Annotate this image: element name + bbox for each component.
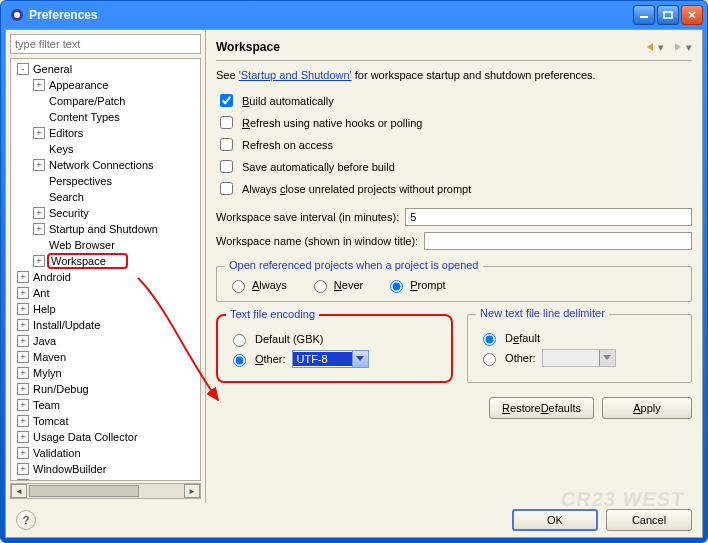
tree-item-network-connections[interactable]: +Network Connections [11, 157, 200, 173]
openref-prompt-input[interactable] [390, 280, 403, 293]
delimiter-default-input[interactable] [483, 333, 496, 346]
expand-icon[interactable]: + [33, 79, 45, 91]
expand-icon[interactable]: + [33, 223, 45, 235]
expand-icon[interactable]: + [17, 479, 29, 481]
expand-icon[interactable]: + [17, 399, 29, 411]
maximize-button[interactable] [657, 5, 679, 25]
expand-icon[interactable]: + [17, 287, 29, 299]
startup-shutdown-link[interactable]: 'Startup and Shutdown' [239, 69, 352, 81]
close-unrelated-input[interactable] [220, 182, 233, 195]
build-automatically-input[interactable] [220, 94, 233, 107]
apply-button[interactable]: Apply [602, 397, 692, 419]
scroll-left-icon[interactable]: ◄ [11, 484, 27, 498]
collapse-icon[interactable]: - [17, 63, 29, 75]
tree-item-mylyn[interactable]: +Mylyn [11, 365, 200, 381]
tree-item-search[interactable]: +Search [11, 189, 200, 205]
encoding-other[interactable]: Other: UTF-8 [228, 350, 441, 368]
restore-defaults-button[interactable]: Restore Defaults [489, 397, 594, 419]
expand-icon[interactable]: + [17, 319, 29, 331]
tree-item-label: Appearance [47, 79, 110, 91]
tree-item-install-update[interactable]: +Install/Update [11, 317, 200, 333]
build-automatically-checkbox[interactable]: Build automatically [216, 91, 692, 110]
tree-item-editors[interactable]: +Editors [11, 125, 200, 141]
tree-item-web-browser[interactable]: +Web Browser [11, 237, 200, 253]
close-button[interactable] [681, 5, 703, 25]
encoding-other-input[interactable] [233, 354, 246, 367]
refresh-access-input[interactable] [220, 138, 233, 151]
tree-item-appearance[interactable]: +Appearance [11, 77, 200, 93]
tree-item-startup-and-shutdown[interactable]: +Startup and Shutdown [11, 221, 200, 237]
chevron-down-icon[interactable] [352, 351, 368, 367]
expand-icon[interactable]: + [17, 463, 29, 475]
expand-icon[interactable]: + [17, 351, 29, 363]
nav-forward-button[interactable]: ▾ [672, 41, 692, 54]
expand-icon[interactable]: + [33, 127, 45, 139]
save-interval-input[interactable] [405, 208, 692, 226]
tree-item-label: Ant [31, 287, 52, 299]
help-button[interactable]: ? [16, 510, 36, 530]
expand-icon[interactable]: + [17, 367, 29, 379]
tree-item-java[interactable]: +Java [11, 333, 200, 349]
expand-icon[interactable]: + [17, 447, 29, 459]
save-before-build-input[interactable] [220, 160, 233, 173]
delimiter-other[interactable]: Other: [478, 349, 681, 367]
scroll-right-icon[interactable]: ► [184, 484, 200, 498]
tree-item-general[interactable]: -General [11, 61, 200, 77]
tree-item-security[interactable]: +Security [11, 205, 200, 221]
refresh-access-checkbox[interactable]: Refresh on access [216, 135, 692, 154]
tree-item-maven[interactable]: +Maven [11, 349, 200, 365]
titlebar[interactable]: Preferences [1, 1, 707, 29]
expand-icon[interactable]: + [17, 383, 29, 395]
refresh-native-input[interactable] [220, 116, 233, 129]
tree-item-help[interactable]: +Help [11, 301, 200, 317]
tree-item-content-types[interactable]: +Content Types [11, 109, 200, 125]
delimiter-other-input[interactable] [483, 353, 496, 366]
tree-item-tomcat[interactable]: +Tomcat [11, 413, 200, 429]
tree-item-validation[interactable]: +Validation [11, 445, 200, 461]
refresh-native-checkbox[interactable]: Refresh using native hooks or polling [216, 113, 692, 132]
tree-item-run-debug[interactable]: +Run/Debug [11, 381, 200, 397]
tree-item-windowbuilder[interactable]: +WindowBuilder [11, 461, 200, 477]
save-interval-label: Workspace save interval (in minutes): [216, 211, 399, 223]
save-before-build-checkbox[interactable]: Save automatically before build [216, 157, 692, 176]
expand-icon[interactable]: + [17, 271, 29, 283]
ok-button[interactable]: OK [512, 509, 598, 531]
encoding-default-input[interactable] [233, 334, 246, 347]
nav-back-button[interactable]: ▾ [644, 41, 664, 54]
filter-input[interactable] [10, 34, 201, 54]
tree-item-compare-patch[interactable]: +Compare/Patch [11, 93, 200, 109]
preferences-tree[interactable]: -General+Appearance+Compare/Patch+Conten… [10, 58, 201, 481]
openref-never[interactable]: Never [309, 277, 363, 293]
minimize-button[interactable] [633, 5, 655, 25]
openref-never-input[interactable] [314, 280, 327, 293]
tree-item-keys[interactable]: +Keys [11, 141, 200, 157]
expand-icon[interactable]: + [33, 159, 45, 171]
tree-item-ant[interactable]: +Ant [11, 285, 200, 301]
scroll-thumb[interactable] [29, 485, 139, 497]
encoding-default[interactable]: Default (GBK) [228, 331, 441, 347]
tree-item-label: Search [47, 191, 86, 203]
tree-item-team[interactable]: +Team [11, 397, 200, 413]
tree-item-workspace[interactable]: +Workspace [11, 253, 200, 269]
openref-always[interactable]: Always [227, 277, 287, 293]
expand-icon[interactable]: + [33, 255, 45, 267]
expand-icon[interactable]: + [33, 207, 45, 219]
delimiter-default[interactable]: Default [478, 330, 681, 346]
tree-h-scrollbar[interactable]: ◄ ► [10, 483, 201, 499]
tree-item-label: Perspectives [47, 175, 114, 187]
expand-icon[interactable]: + [17, 335, 29, 347]
close-unrelated-checkbox[interactable]: Always close unrelated projects without … [216, 179, 692, 198]
ws-name-input[interactable] [424, 232, 692, 250]
tree-item-perspectives[interactable]: +Perspectives [11, 173, 200, 189]
openref-prompt[interactable]: Prompt [385, 277, 445, 293]
tree-item-xml[interactable]: +XML [11, 477, 200, 481]
openref-always-input[interactable] [232, 280, 245, 293]
expand-icon[interactable]: + [17, 415, 29, 427]
tree-item-android[interactable]: +Android [11, 269, 200, 285]
expand-icon[interactable]: + [17, 431, 29, 443]
expand-icon[interactable]: + [17, 303, 29, 315]
window-controls [633, 5, 703, 25]
tree-item-usage-data-collector[interactable]: +Usage Data Collector [11, 429, 200, 445]
encoding-combo[interactable]: UTF-8 [292, 350, 369, 368]
cancel-button[interactable]: Cancel [606, 509, 692, 531]
